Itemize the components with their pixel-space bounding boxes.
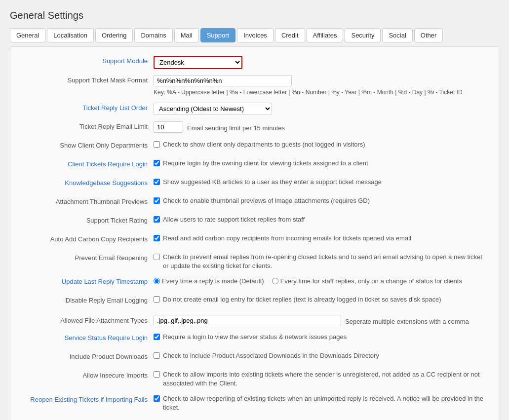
allow-insecure-text: Check to allow imports into existing tic… (163, 370, 489, 388)
allowed-file-types-input[interactable] (154, 315, 341, 326)
reopen-existing-text: Check to allow reopening of existing tic… (163, 394, 489, 412)
service-status-row: Service Status Require Login Require a l… (20, 332, 489, 345)
show-client-only-text: Check to show client only departments to… (163, 140, 365, 149)
kb-suggestions-checkbox[interactable] (154, 179, 160, 185)
service-status-text: Require a login to view the server statu… (163, 333, 347, 342)
allow-insecure-checkbox[interactable] (154, 371, 160, 378)
disable-reply-logging-row: Disable Reply Email Logging Do not creat… (20, 294, 489, 308)
settings-panel: Support Module Zendesk Default None Supp… (10, 46, 499, 420)
tab-mail[interactable]: Mail (174, 28, 199, 42)
support-module-select[interactable]: Zendesk Default None (154, 56, 242, 69)
update-last-reply-radio2[interactable] (272, 278, 278, 284)
tab-ordering[interactable]: Ordering (95, 28, 133, 42)
ticket-email-limit-row: Ticket Reply Email Limit Email sending l… (20, 120, 489, 134)
tab-general[interactable]: General (10, 28, 45, 42)
support-module-control: Zendesk Default None (154, 55, 489, 69)
service-status-label: Service Status Require Login (20, 332, 154, 343)
auto-add-carbon-label: Auto Add Carbon Copy Recipients (20, 233, 154, 244)
allow-insecure-label: Allow Insecure Imports (20, 369, 154, 380)
kb-suggestions-row: Knowledgebase Suggestions Show suggested… (20, 177, 489, 191)
auto-add-carbon-checkbox[interactable] (154, 235, 160, 241)
update-last-reply-radio1[interactable] (154, 278, 160, 284)
support-module-row: Support Module Zendesk Default None (20, 55, 489, 69)
kb-suggestions-text: Show suggested KB articles to a user as … (163, 178, 382, 187)
include-product-downloads-control: Check to include Product Associated Down… (154, 350, 489, 360)
reopen-existing-control: Check to allow reopening of existing tic… (154, 393, 489, 412)
ticket-mask-input[interactable] (154, 75, 292, 86)
client-tickets-checkbox[interactable] (154, 160, 160, 166)
prevent-email-reopening-row: Prevent Email Reopening Check to prevent… (20, 252, 489, 270)
show-client-only-label: Show Client Only Departments (20, 139, 154, 150)
kb-suggestions-checkbox-label[interactable]: Show suggested KB articles to a user as … (154, 178, 382, 187)
disable-reply-logging-checkbox-label[interactable]: Do not create email log entry for ticket… (154, 295, 441, 304)
disable-reply-logging-checkbox[interactable] (154, 296, 160, 303)
support-ticket-rating-text: Allow users to rate support ticket repli… (163, 215, 305, 224)
tab-affiliates[interactable]: Affiliates (307, 28, 344, 42)
show-client-only-checkbox-label[interactable]: Check to show client only departments to… (154, 140, 365, 149)
attachment-thumbnails-control: Check to enable thumbnail previews of im… (154, 195, 489, 205)
client-tickets-label: Client Tickets Require Login (20, 158, 154, 169)
allowed-file-types-label: Allowed File Attachment Types (20, 314, 154, 325)
disable-reply-logging-label: Disable Reply Email Logging (20, 294, 154, 305)
prevent-email-reopening-text: Check to prevent email replies from re-o… (163, 253, 489, 270)
update-last-reply-label: Update Last Reply Timestamp (20, 275, 154, 286)
prevent-email-reopening-label: Prevent Email Reopening (20, 252, 154, 263)
tab-other[interactable]: Other (414, 28, 443, 42)
show-client-only-checkbox[interactable] (154, 141, 160, 148)
tab-security[interactable]: Security (345, 28, 381, 42)
ticket-email-limit-control: Email sending limit per 15 minutes (154, 120, 489, 133)
include-product-downloads-text: Check to include Product Associated Down… (163, 351, 379, 360)
reopen-existing-checkbox-label[interactable]: Check to allow reopening of existing tic… (154, 394, 489, 412)
auto-add-carbon-checkbox-label[interactable]: Read and add carbon copy recipients from… (154, 234, 411, 243)
prevent-email-reopening-control: Check to prevent email replies from re-o… (154, 252, 489, 270)
attachment-thumbnails-checkbox-label[interactable]: Check to enable thumbnail previews of im… (154, 196, 370, 205)
ticket-email-limit-input[interactable] (154, 121, 183, 133)
reopen-existing-checkbox[interactable] (154, 395, 160, 402)
prevent-email-reopening-checkbox[interactable] (154, 254, 160, 260)
allowed-file-types-note: Seperate multiple extensions with a comm… (345, 316, 469, 325)
attachment-thumbnails-checkbox[interactable] (154, 197, 160, 204)
auto-add-carbon-control: Read and add carbon copy recipients from… (154, 233, 489, 243)
disable-reply-logging-control: Do not create email log entry for ticket… (154, 294, 489, 304)
ticket-mask-control: Key: %A - Uppercase letter | %a - Lowerc… (154, 74, 489, 97)
tab-social[interactable]: Social (382, 28, 412, 42)
tab-localisation[interactable]: Localisation (47, 28, 94, 42)
client-tickets-checkbox-label[interactable]: Require login by the owning client for v… (154, 159, 368, 168)
update-last-reply-option1-label[interactable]: Every time a reply is made (Default) (154, 277, 264, 285)
ticket-reply-order-select[interactable]: Ascending (Oldest to Newest) Descending … (154, 103, 272, 115)
allow-insecure-checkbox-label[interactable]: Check to allow imports into existing tic… (154, 370, 489, 388)
tab-support[interactable]: Support (200, 28, 236, 42)
service-status-checkbox-label[interactable]: Require a login to view the server statu… (154, 333, 347, 342)
include-product-downloads-checkbox-label[interactable]: Check to include Product Associated Down… (154, 351, 379, 360)
service-status-checkbox[interactable] (154, 334, 160, 340)
update-last-reply-row: Update Last Reply Timestamp Every time a… (20, 275, 489, 289)
kb-suggestions-label: Knowledgebase Suggestions (20, 177, 154, 188)
support-ticket-rating-checkbox-label[interactable]: Allow users to rate support ticket repli… (154, 215, 305, 224)
disable-reply-logging-text: Do not create email log entry for ticket… (163, 295, 441, 304)
service-status-control: Require a login to view the server statu… (154, 332, 489, 342)
client-tickets-row: Client Tickets Require Login Require log… (20, 158, 489, 172)
auto-add-carbon-row: Auto Add Carbon Copy Recipients Read and… (20, 233, 489, 247)
attachment-thumbnails-row: Attachment Thumbnail Previews Check to e… (20, 195, 489, 209)
tab-invoices[interactable]: Invoices (237, 28, 274, 42)
support-ticket-rating-label: Support Ticket Rating (20, 214, 154, 225)
allowed-file-types-row: Allowed File Attachment Types Seperate m… (20, 313, 489, 327)
client-tickets-control: Require login by the owning client for v… (154, 158, 489, 168)
tab-domains[interactable]: Domains (134, 28, 172, 42)
support-ticket-rating-row: Support Ticket Rating Allow users to rat… (20, 214, 489, 228)
client-tickets-text: Require login by the owning client for v… (163, 159, 368, 168)
ticket-email-limit-label: Ticket Reply Email Limit (20, 120, 154, 131)
support-ticket-rating-checkbox[interactable] (154, 216, 160, 223)
ticket-mask-row: Support Ticket Mask Format Key: %A - Upp… (20, 74, 489, 97)
update-last-reply-option2-label[interactable]: Every time for staff replies, only on a … (272, 277, 462, 285)
attachment-thumbnails-label: Attachment Thumbnail Previews (20, 195, 154, 206)
ticket-reply-order-label: Ticket Reply List Order (20, 102, 154, 113)
tab-credit[interactable]: Credit (275, 28, 305, 42)
include-product-downloads-checkbox[interactable] (154, 352, 160, 359)
prevent-email-reopening-checkbox-label[interactable]: Check to prevent email replies from re-o… (154, 253, 489, 270)
support-ticket-rating-control: Allow users to rate support ticket repli… (154, 214, 489, 224)
auto-add-carbon-text: Read and add carbon copy recipients from… (163, 234, 411, 243)
page-title: General Settings (10, 10, 499, 21)
tab-bar: General Localisation Ordering Domains Ma… (10, 28, 499, 42)
update-last-reply-option1-text: Every time a reply is made (Default) (162, 277, 264, 285)
